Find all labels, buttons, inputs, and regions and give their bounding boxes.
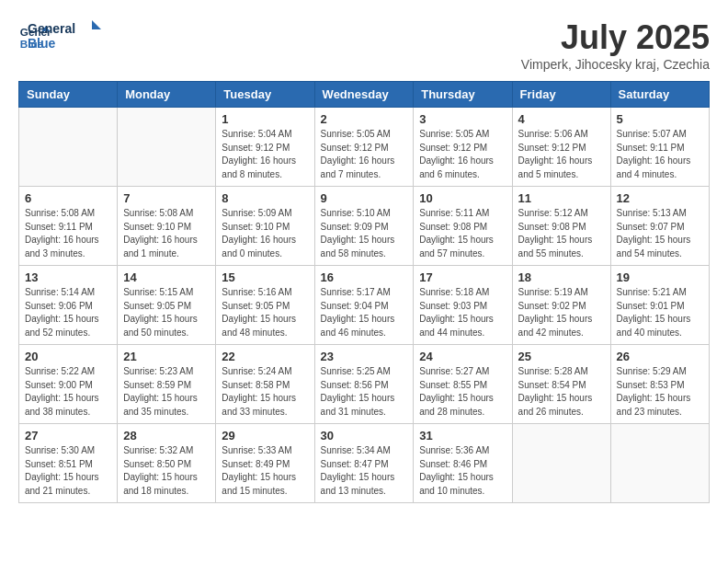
week-row-4: 20Sunrise: 5:22 AM Sunset: 9:00 PM Dayli… — [19, 345, 710, 424]
day-number: 3 — [419, 112, 506, 126]
day-info: Sunrise: 5:14 AM Sunset: 9:06 PM Dayligh… — [25, 286, 111, 339]
day-number: 15 — [222, 270, 308, 284]
day-number: 19 — [617, 270, 703, 284]
day-info: Sunrise: 5:04 AM Sunset: 9:12 PM Dayligh… — [222, 128, 308, 181]
day-info: Sunrise: 5:23 AM Sunset: 8:59 PM Dayligh… — [123, 365, 210, 419]
month-title: July 2025 — [521, 18, 710, 57]
page-header: General Blue General Blue July 2025 Vimp… — [18, 18, 710, 72]
day-info: Sunrise: 5:25 AM Sunset: 8:56 PM Dayligh… — [321, 365, 408, 419]
svg-marker-5 — [92, 20, 101, 29]
weekday-header-thursday: Thursday — [414, 82, 512, 108]
calendar-cell: 7Sunrise: 5:08 AM Sunset: 9:10 PM Daylig… — [118, 187, 216, 266]
day-number: 13 — [25, 270, 111, 284]
calendar-cell: 1Sunrise: 5:04 AM Sunset: 9:12 PM Daylig… — [216, 108, 314, 187]
calendar-cell: 21Sunrise: 5:23 AM Sunset: 8:59 PM Dayli… — [118, 345, 216, 424]
calendar-cell: 24Sunrise: 5:27 AM Sunset: 8:55 PM Dayli… — [414, 345, 512, 424]
calendar-cell: 11Sunrise: 5:12 AM Sunset: 9:08 PM Dayli… — [512, 187, 610, 266]
day-number: 23 — [321, 350, 408, 363]
day-info: Sunrise: 5:08 AM Sunset: 9:10 PM Dayligh… — [123, 207, 210, 260]
day-number: 31 — [419, 429, 506, 442]
day-number: 24 — [419, 350, 506, 363]
day-number: 6 — [25, 191, 111, 205]
calendar-cell: 26Sunrise: 5:29 AM Sunset: 8:53 PM Dayli… — [610, 345, 709, 424]
calendar-cell — [610, 424, 709, 503]
day-number: 29 — [222, 429, 308, 442]
day-number: 26 — [617, 350, 703, 363]
day-info: Sunrise: 5:09 AM Sunset: 9:10 PM Dayligh… — [222, 207, 308, 260]
calendar-cell — [118, 108, 216, 187]
calendar-cell: 3Sunrise: 5:05 AM Sunset: 9:12 PM Daylig… — [414, 108, 512, 187]
calendar-cell — [19, 108, 118, 187]
day-info: Sunrise: 5:07 AM Sunset: 9:11 PM Dayligh… — [617, 128, 703, 181]
day-number: 14 — [123, 270, 210, 284]
day-number: 25 — [518, 350, 605, 363]
calendar-cell: 5Sunrise: 5:07 AM Sunset: 9:11 PM Daylig… — [610, 108, 709, 187]
day-number: 30 — [321, 429, 408, 442]
day-number: 1 — [222, 112, 308, 126]
calendar-cell: 19Sunrise: 5:21 AM Sunset: 9:01 PM Dayli… — [610, 266, 709, 345]
day-info: Sunrise: 5:17 AM Sunset: 9:04 PM Dayligh… — [321, 286, 408, 339]
weekday-header-row: SundayMondayTuesdayWednesdayThursdayFrid… — [19, 82, 710, 108]
day-number: 10 — [419, 191, 506, 205]
day-info: Sunrise: 5:30 AM Sunset: 8:51 PM Dayligh… — [25, 444, 111, 498]
day-info: Sunrise: 5:21 AM Sunset: 9:01 PM Dayligh… — [617, 286, 703, 339]
day-number: 7 — [123, 191, 210, 205]
week-row-2: 6Sunrise: 5:08 AM Sunset: 9:11 PM Daylig… — [19, 187, 710, 266]
calendar-cell: 12Sunrise: 5:13 AM Sunset: 9:07 PM Dayli… — [610, 187, 709, 266]
calendar-cell: 22Sunrise: 5:24 AM Sunset: 8:58 PM Dayli… — [216, 345, 314, 424]
day-number: 2 — [321, 112, 408, 126]
day-info: Sunrise: 5:11 AM Sunset: 9:08 PM Dayligh… — [419, 207, 506, 260]
calendar-cell: 15Sunrise: 5:16 AM Sunset: 9:05 PM Dayli… — [216, 266, 314, 345]
weekday-header-friday: Friday — [512, 82, 610, 108]
calendar-cell: 31Sunrise: 5:36 AM Sunset: 8:46 PM Dayli… — [414, 424, 512, 503]
calendar-cell: 29Sunrise: 5:33 AM Sunset: 8:49 PM Dayli… — [216, 424, 314, 503]
day-info: Sunrise: 5:19 AM Sunset: 9:02 PM Dayligh… — [518, 286, 605, 339]
day-number: 5 — [617, 112, 703, 126]
day-info: Sunrise: 5:28 AM Sunset: 8:54 PM Dayligh… — [518, 365, 605, 419]
day-number: 21 — [123, 350, 210, 363]
day-number: 9 — [321, 191, 408, 205]
location-title: Vimperk, Jihocesky kraj, Czechia — [521, 57, 710, 72]
day-info: Sunrise: 5:18 AM Sunset: 9:03 PM Dayligh… — [419, 286, 506, 339]
calendar-cell: 20Sunrise: 5:22 AM Sunset: 9:00 PM Dayli… — [19, 345, 118, 424]
day-info: Sunrise: 5:29 AM Sunset: 8:53 PM Dayligh… — [617, 365, 703, 419]
day-info: Sunrise: 5:12 AM Sunset: 9:08 PM Dayligh… — [518, 207, 605, 260]
day-info: Sunrise: 5:10 AM Sunset: 9:09 PM Dayligh… — [321, 207, 408, 260]
calendar-cell: 16Sunrise: 5:17 AM Sunset: 9:04 PM Dayli… — [314, 266, 414, 345]
day-info: Sunrise: 5:08 AM Sunset: 9:11 PM Dayligh… — [25, 207, 111, 260]
day-info: Sunrise: 5:16 AM Sunset: 9:05 PM Dayligh… — [222, 286, 308, 339]
day-info: Sunrise: 5:32 AM Sunset: 8:50 PM Dayligh… — [123, 444, 210, 498]
calendar-cell: 14Sunrise: 5:15 AM Sunset: 9:05 PM Dayli… — [118, 266, 216, 345]
calendar-cell: 9Sunrise: 5:10 AM Sunset: 9:09 PM Daylig… — [314, 187, 414, 266]
day-info: Sunrise: 5:27 AM Sunset: 8:55 PM Dayligh… — [419, 365, 506, 419]
calendar-cell: 30Sunrise: 5:34 AM Sunset: 8:47 PM Dayli… — [314, 424, 414, 503]
calendar-table: SundayMondayTuesdayWednesdayThursdayFrid… — [18, 81, 710, 503]
weekday-header-wednesday: Wednesday — [314, 82, 414, 108]
day-info: Sunrise: 5:15 AM Sunset: 9:05 PM Dayligh… — [123, 286, 210, 339]
svg-text:General: General — [28, 21, 75, 36]
day-number: 27 — [25, 429, 111, 442]
day-number: 17 — [419, 270, 506, 284]
day-number: 4 — [518, 112, 605, 126]
weekday-header-sunday: Sunday — [19, 82, 118, 108]
day-info: Sunrise: 5:05 AM Sunset: 9:12 PM Dayligh… — [419, 128, 506, 181]
calendar-cell — [512, 424, 610, 503]
day-number: 20 — [25, 350, 111, 363]
day-info: Sunrise: 5:24 AM Sunset: 8:58 PM Dayligh… — [222, 365, 308, 419]
day-info: Sunrise: 5:33 AM Sunset: 8:49 PM Dayligh… — [222, 444, 308, 498]
logo: General Blue General Blue — [18, 18, 101, 57]
calendar-cell: 28Sunrise: 5:32 AM Sunset: 8:50 PM Dayli… — [118, 424, 216, 503]
logo-svg: General Blue — [28, 18, 101, 53]
day-number: 28 — [123, 429, 210, 442]
day-info: Sunrise: 5:34 AM Sunset: 8:47 PM Dayligh… — [321, 444, 408, 498]
day-info: Sunrise: 5:05 AM Sunset: 9:12 PM Dayligh… — [321, 128, 408, 181]
week-row-3: 13Sunrise: 5:14 AM Sunset: 9:06 PM Dayli… — [19, 266, 710, 345]
week-row-1: 1Sunrise: 5:04 AM Sunset: 9:12 PM Daylig… — [19, 108, 710, 187]
weekday-header-monday: Monday — [118, 82, 216, 108]
day-info: Sunrise: 5:06 AM Sunset: 9:12 PM Dayligh… — [518, 128, 605, 181]
calendar-cell: 6Sunrise: 5:08 AM Sunset: 9:11 PM Daylig… — [19, 187, 118, 266]
calendar-cell: 27Sunrise: 5:30 AM Sunset: 8:51 PM Dayli… — [19, 424, 118, 503]
calendar-cell: 18Sunrise: 5:19 AM Sunset: 9:02 PM Dayli… — [512, 266, 610, 345]
day-number: 22 — [222, 350, 308, 363]
svg-text:Blue: Blue — [28, 36, 56, 51]
